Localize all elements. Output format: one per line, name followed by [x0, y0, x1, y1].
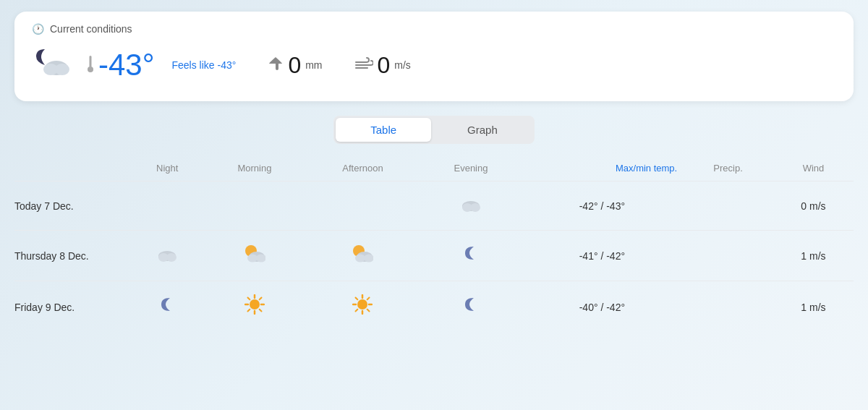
wind-value: 0 — [378, 52, 391, 79]
row-evening-icon — [420, 281, 521, 333]
table-toggle-button[interactable]: Table — [336, 118, 431, 142]
svg-point-13 — [166, 253, 176, 262]
feels-like-value: -43° — [218, 59, 237, 71]
row-precip — [683, 181, 773, 231]
wind-icon — [354, 56, 373, 74]
svg-point-4 — [88, 67, 93, 72]
row-temp: -40° / -42° — [522, 281, 684, 333]
wind-unit: m/s — [394, 59, 411, 71]
col-header-morning: Morning — [204, 158, 305, 181]
feels-like-section: Feels like -43° — [169, 59, 237, 72]
row-afternoon-icon — [305, 231, 421, 281]
graph-toggle-button[interactable]: Graph — [433, 118, 532, 142]
row-wind: 1 m/s — [773, 231, 854, 281]
row-date: Thursday 8 Dec. — [14, 231, 130, 281]
table-row: Today 7 Dec.-42° / -43°0 m/s — [14, 181, 854, 231]
row-date: Friday 9 Dec. — [14, 281, 130, 333]
toggle-bar: Table Graph — [14, 116, 854, 144]
svg-line-36 — [356, 298, 358, 300]
row-wind: 1 m/s — [773, 281, 854, 333]
row-night-icon — [130, 281, 204, 333]
row-evening-icon — [420, 231, 521, 281]
col-header-precip: Precip. — [683, 158, 773, 181]
row-date: Today 7 Dec. — [14, 181, 130, 231]
row-morning-icon — [204, 181, 305, 231]
svg-line-39 — [356, 309, 358, 312]
precipitation-section: 0 mm — [268, 52, 322, 79]
table-row: Thursday 8 Dec.-41° / -42°1 m/s — [14, 231, 854, 281]
thermometer-icon — [87, 54, 94, 77]
svg-line-28 — [260, 309, 262, 312]
row-wind: 0 m/s — [773, 181, 854, 231]
wind-section: 0 m/s — [354, 52, 411, 79]
precip-value: 0 — [288, 52, 301, 79]
row-night-icon — [130, 181, 204, 231]
svg-point-20 — [355, 255, 365, 262]
col-header-wind: Wind — [773, 158, 854, 181]
svg-line-29 — [260, 298, 262, 300]
row-precip — [683, 281, 773, 333]
row-morning-icon — [204, 231, 305, 281]
table-header-row: Night Morning Afternoon Evening Max/min … — [14, 158, 854, 181]
current-weather-row: -43° Feels like -43° 0 mm — [32, 43, 836, 87]
feels-like-label: Feels like — [172, 59, 215, 71]
row-precip — [683, 231, 773, 281]
forecast-table: Night Morning Afternoon Evening Max/min … — [14, 158, 854, 333]
umbrella-icon — [268, 56, 284, 75]
row-morning-icon — [204, 281, 305, 333]
col-header-evening: Evening — [420, 158, 521, 181]
main-temperature: -43° — [98, 48, 155, 82]
col-header-night: Night — [130, 158, 204, 181]
svg-point-16 — [247, 255, 258, 262]
col-header-afternoon: Afternoon — [305, 158, 421, 181]
row-afternoon-icon — [305, 281, 421, 333]
current-label-text: Current conditions — [50, 23, 132, 35]
precip-unit: mm — [305, 59, 322, 71]
clock-icon: 🕐 — [32, 23, 44, 35]
forecast-section: Table Graph Night Morning Afternoon Even… — [0, 101, 868, 333]
table-row: Friday 9 Dec.-40° / -42°1 m/s — [14, 281, 854, 333]
view-toggle: Table Graph — [333, 116, 535, 144]
current-weather-icon — [32, 43, 72, 87]
svg-rect-3 — [90, 56, 92, 67]
temperature-section: -43° — [87, 48, 155, 82]
row-afternoon-icon — [305, 181, 421, 231]
current-label: 🕐 Current conditions — [32, 23, 836, 35]
svg-line-27 — [247, 298, 250, 300]
svg-point-2 — [55, 64, 69, 75]
col-header-date — [14, 158, 130, 181]
svg-line-38 — [367, 298, 370, 300]
row-evening-icon — [420, 181, 521, 231]
current-conditions-card: 🕐 Current conditions -43° — [14, 12, 854, 101]
row-temp: -41° / -42° — [522, 231, 684, 281]
svg-point-22 — [250, 299, 260, 309]
col-header-temp: Max/min temp. — [522, 158, 684, 181]
svg-line-30 — [247, 309, 250, 312]
row-night-icon — [130, 231, 204, 281]
svg-line-37 — [367, 309, 370, 312]
row-temp: -42° / -43° — [522, 181, 684, 231]
svg-point-10 — [470, 203, 480, 212]
svg-point-31 — [357, 299, 367, 309]
